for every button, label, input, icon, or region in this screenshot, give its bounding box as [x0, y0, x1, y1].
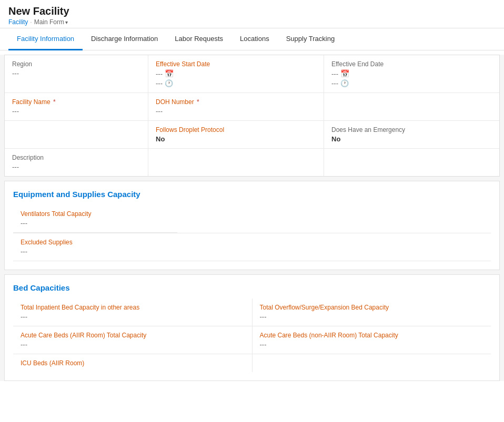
ventilators-label: Ventilators Total Capacity: [21, 210, 170, 218]
region-field: Region ---: [5, 55, 148, 92]
doh-number-label: DOH Number *: [156, 98, 316, 106]
calendar-end-icon[interactable]: 📅: [340, 69, 349, 78]
total-overflow-field: Total Overflow/Surge/Expansion Bed Capac…: [253, 299, 491, 326]
effective-start-date-row: --- 📅: [156, 69, 316, 78]
acute-care-non-aiir-value[interactable]: ---: [260, 341, 484, 348]
breadcrumb-separator: ·: [30, 18, 32, 26]
ventilators-row: Ventilators Total Capacity ---: [13, 205, 491, 233]
clock-start-icon[interactable]: 🕐: [165, 79, 173, 87]
equipment-section: Equipment and Supplies Capacity Ventilat…: [4, 181, 500, 270]
tab-facility-information[interactable]: Facility Information: [8, 28, 83, 50]
effective-start-time-value[interactable]: ---: [156, 79, 163, 87]
effective-end-date-label: Effective End Date: [331, 60, 492, 68]
follows-droplet-protocol-label: Follows Droplet Protocol: [156, 126, 316, 133]
bed-row-acute-care: Acute Care Beds (AIIR Room) Total Capaci…: [13, 326, 491, 354]
acute-care-non-aiir-label: Acute Care Beds (non-AIIR Room) Total Ca…: [260, 332, 484, 339]
effective-start-time-row: --- 🕐: [156, 79, 316, 87]
breadcrumb-form-dropdown[interactable]: Main Form ▾: [34, 18, 68, 26]
follows-droplet-protocol-field: Follows Droplet Protocol No: [148, 121, 324, 148]
acute-care-aiir-field: Acute Care Beds (AIIR Room) Total Capaci…: [13, 326, 253, 354]
does-have-emergency-label: Does Have an Emergency: [331, 126, 492, 133]
description-value[interactable]: ---: [12, 163, 140, 171]
breadcrumb: Facility · Main Form ▾: [8, 18, 496, 26]
bed-section-title: Bed Capacities: [13, 283, 491, 292]
acute-care-aiir-value[interactable]: ---: [21, 341, 245, 348]
does-have-emergency-field: Does Have an Emergency No: [324, 121, 499, 148]
effective-end-time-row: --- 🕐: [331, 79, 492, 87]
facility-name-label: Facility Name *: [12, 98, 140, 106]
ventilators-field: Ventilators Total Capacity ---: [13, 205, 177, 233]
facility-information-section: Region --- Effective Start Date --- 📅 --…: [4, 55, 500, 177]
page-header: New Facility Facility · Main Form ▾: [0, 0, 504, 28]
page-title: New Facility: [8, 5, 496, 17]
form-row-region-dates: Region --- Effective Start Date --- 📅 --…: [5, 55, 499, 93]
effective-start-date-label: Effective Start Date: [156, 60, 316, 68]
excluded-supplies-field: Excluded Supplies ---: [13, 233, 177, 261]
total-inpatient-value[interactable]: ---: [21, 313, 245, 321]
effective-end-time-value[interactable]: ---: [331, 79, 338, 87]
excluded-supplies-row: Excluded Supplies ---: [13, 233, 491, 261]
bed-row-inpatient-overflow: Total Inpatient Bed Capacity in other ar…: [13, 299, 491, 326]
follows-droplet-protocol-value[interactable]: No: [156, 135, 316, 143]
description-span-1: [148, 149, 324, 176]
acute-care-non-aiir-field: Acute Care Beds (non-AIIR Room) Total Ca…: [253, 326, 491, 354]
breadcrumb-facility[interactable]: Facility: [8, 18, 28, 26]
doh-number-required-star: *: [195, 98, 199, 106]
effective-start-date-field: Effective Start Date --- 📅 --- 🕐: [148, 55, 324, 92]
tab-discharge-information[interactable]: Discharge Information: [83, 28, 166, 50]
facility-name-required-star: *: [52, 98, 56, 106]
effective-start-date-value[interactable]: ---: [156, 70, 163, 78]
icu-beds-aiir-field: ICU Beds (AIIR Room): [13, 354, 253, 372]
tab-labor-requests[interactable]: Labor Requests: [166, 28, 231, 50]
clock-end-icon[interactable]: 🕐: [340, 79, 349, 87]
total-overflow-label: Total Overflow/Surge/Expansion Bed Capac…: [260, 304, 484, 311]
calendar-start-icon[interactable]: 📅: [165, 69, 174, 78]
form-row-facility-name-doh: Facility Name * --- DOH Number * ---: [5, 93, 499, 121]
tab-navigation: Facility Information Discharge Informati…: [0, 28, 504, 50]
description-span-2: [324, 149, 499, 176]
total-inpatient-label: Total Inpatient Bed Capacity in other ar…: [21, 304, 245, 311]
total-overflow-value[interactable]: ---: [260, 313, 484, 321]
ventilators-empty: [177, 205, 491, 233]
bed-capacities-section: Bed Capacities Total Inpatient Bed Capac…: [4, 274, 500, 381]
equipment-section-title: Equipment and Supplies Capacity: [13, 190, 491, 199]
doh-number-value[interactable]: ---: [156, 107, 316, 115]
icu-beds-aiir-empty: [253, 354, 491, 372]
does-have-emergency-value[interactable]: No: [331, 135, 492, 143]
region-label: Region: [12, 60, 140, 68]
description-field: Description ---: [5, 149, 148, 176]
chevron-down-icon: ▾: [65, 19, 68, 25]
facility-name-value[interactable]: ---: [12, 107, 140, 115]
excluded-supplies-empty: [177, 233, 491, 261]
effective-end-date-row: --- 📅: [331, 69, 492, 78]
form-row-description: Description ---: [5, 149, 499, 176]
facility-name-field: Facility Name * ---: [5, 93, 148, 120]
breadcrumb-form-label: Main Form: [34, 18, 64, 26]
region-value[interactable]: ---: [12, 69, 140, 77]
icu-beds-aiir-label: ICU Beds (AIIR Room): [21, 359, 245, 367]
total-inpatient-field: Total Inpatient Bed Capacity in other ar…: [13, 299, 253, 326]
tab-locations[interactable]: Locations: [231, 28, 278, 50]
placeholder-cell-1: [324, 93, 499, 120]
excluded-supplies-value[interactable]: ---: [21, 248, 170, 255]
ventilators-value[interactable]: ---: [21, 219, 170, 227]
tab-supply-tracking[interactable]: Supply Tracking: [278, 28, 344, 50]
excluded-supplies-label: Excluded Supplies: [21, 239, 170, 246]
empty-cell-1: [5, 121, 148, 148]
acute-care-aiir-label: Acute Care Beds (AIIR Room) Total Capaci…: [21, 332, 245, 339]
effective-end-date-field: Effective End Date --- 📅 --- 🕐: [324, 55, 499, 92]
description-label: Description: [12, 154, 140, 161]
bed-row-icu: ICU Beds (AIIR Room): [13, 354, 491, 372]
effective-end-date-value[interactable]: ---: [331, 70, 338, 78]
form-row-protocols: Follows Droplet Protocol No Does Have an…: [5, 121, 499, 149]
main-content: Region --- Effective Start Date --- 📅 --…: [0, 55, 504, 381]
doh-number-field: DOH Number * ---: [148, 93, 324, 120]
